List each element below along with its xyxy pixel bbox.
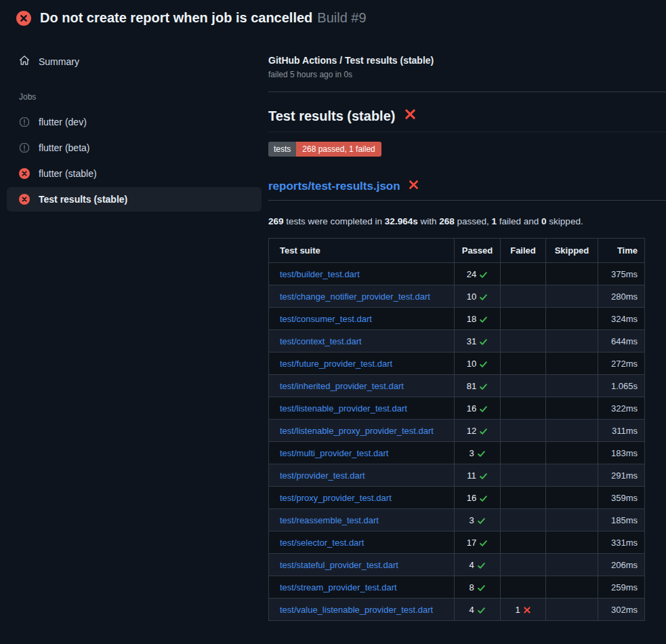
workflow-run-header: Do not create report when job is cancell…	[0, 0, 666, 35]
x-circle-icon	[19, 194, 30, 205]
cell-time: 331ms	[598, 531, 645, 554]
report-file-heading: reports/test-results.json	[268, 179, 666, 201]
cell-passed: 11	[455, 464, 501, 487]
stop-icon	[19, 142, 30, 153]
cell-passed: 10	[455, 285, 501, 308]
test-suite-link[interactable]: test/change_notifier_provider_test.dart	[280, 291, 430, 302]
cell-test-suite: test/reassemble_test.dart	[269, 509, 455, 531]
test-suite-link[interactable]: test/listenable_provider_test.dart	[280, 403, 407, 414]
cell-time: 359ms	[598, 487, 645, 509]
report-file-link[interactable]: reports/test-results.json	[268, 180, 400, 193]
test-suite-link[interactable]: test/reassemble_test.dart	[280, 515, 379, 525]
tests-badge-value: 268 passed, 1 failed	[296, 142, 381, 157]
cell-failed	[501, 375, 546, 397]
test-suite-link[interactable]: test/proxy_provider_test.dart	[280, 493, 392, 503]
sidebar-item-summary[interactable]: Summary	[0, 51, 268, 72]
x-circle-icon	[19, 168, 30, 179]
cell-passed: 16	[455, 397, 501, 420]
cell-failed	[501, 531, 546, 554]
table-row: test/stateful_provider_test.dart4206ms	[269, 554, 645, 576]
table-row: test/context_test.dart31644ms	[269, 330, 645, 353]
job-sidebar: Summary Jobs flutter (dev)flutter (beta)…	[0, 35, 268, 213]
passed-count: 10	[467, 291, 488, 302]
passed-count: 24	[467, 269, 488, 279]
cell-time: 259ms	[598, 576, 645, 599]
cell-passed: 8	[455, 576, 501, 599]
cell-skipped	[546, 375, 598, 397]
table-row: test/reassemble_test.dart3185ms	[269, 509, 645, 531]
cell-time: 280ms	[598, 285, 645, 308]
report-summary: 269 tests were completed in 32.964s with…	[268, 216, 666, 226]
failed-status-icon	[16, 11, 31, 26]
cell-failed	[501, 353, 546, 375]
cell-skipped	[546, 554, 598, 576]
cell-time: 291ms	[598, 464, 645, 487]
sidebar-item-job[interactable]: flutter (beta)	[7, 136, 262, 160]
cell-passed: 24	[455, 263, 501, 285]
cell-test-suite: test/stateful_provider_test.dart	[269, 554, 455, 576]
cell-time: 322ms	[598, 397, 645, 420]
cell-time: 272ms	[598, 353, 645, 375]
sidebar-item-job[interactable]: flutter (stable)	[7, 161, 262, 186]
cell-time: 185ms	[598, 509, 645, 531]
passed-count: 18	[467, 314, 488, 324]
test-suite-link[interactable]: test/stateful_provider_test.dart	[280, 560, 398, 570]
table-row: test/builder_test.dart24375ms	[269, 263, 645, 285]
column-header-failed: Failed	[501, 239, 546, 263]
cell-time: 375ms	[598, 263, 645, 285]
test-suite-link[interactable]: test/stream_provider_test.dart	[280, 582, 397, 592]
page-title: Do not create report when job is cancell…	[40, 10, 367, 26]
table-row: test/listenable_proxy_provider_test.dart…	[269, 420, 645, 442]
check-icon	[477, 584, 486, 592]
test-suite-link[interactable]: test/multi_provider_test.dart	[280, 448, 388, 458]
test-suite-link[interactable]: test/future_provider_test.dart	[280, 359, 392, 369]
cell-skipped	[546, 308, 598, 330]
summary-text: 1	[492, 216, 497, 226]
cell-test-suite: test/stream_provider_test.dart	[269, 576, 455, 599]
table-row: test/selector_test.dart17331ms	[269, 531, 645, 554]
cell-skipped	[546, 531, 598, 554]
test-suite-link[interactable]: test/consumer_test.dart	[280, 314, 372, 324]
cell-failed	[501, 487, 546, 509]
check-icon	[479, 405, 488, 414]
cell-skipped	[546, 509, 598, 531]
check-icon	[479, 539, 488, 548]
stop-icon	[19, 117, 30, 127]
sidebar-item-job[interactable]: Test results (stable)	[7, 187, 262, 212]
passed-count: 11	[467, 470, 488, 481]
cell-passed: 16	[455, 487, 501, 509]
job-label: flutter (stable)	[39, 168, 97, 179]
header-divider	[268, 92, 666, 92]
check-icon	[479, 494, 488, 503]
cell-failed	[501, 576, 546, 599]
cell-time: 324ms	[598, 308, 645, 330]
test-suite-link[interactable]: test/context_test.dart	[280, 336, 362, 346]
cell-test-suite: test/proxy_provider_test.dart	[269, 487, 455, 509]
cell-failed	[501, 263, 546, 285]
cell-failed	[501, 397, 546, 420]
test-suite-link[interactable]: test/value_listenable_provider_test.dart	[280, 605, 433, 615]
failed-x-icon	[408, 179, 419, 194]
passed-count: 16	[467, 493, 488, 503]
cell-test-suite: test/multi_provider_test.dart	[269, 442, 455, 464]
test-suite-link[interactable]: test/selector_test.dart	[280, 538, 364, 548]
sidebar-item-job[interactable]: flutter (dev)	[7, 110, 262, 134]
check-icon	[477, 561, 486, 570]
check-icon	[479, 382, 488, 391]
cell-skipped	[546, 285, 598, 308]
job-status-line: failed 5 hours ago in 0s	[268, 70, 666, 79]
summary-text: 268	[439, 216, 455, 226]
cell-skipped	[546, 464, 598, 487]
job-label: Test results (stable)	[39, 194, 127, 205]
cell-skipped	[546, 442, 598, 464]
test-suite-link[interactable]: test/provider_test.dart	[280, 470, 365, 481]
test-suite-link[interactable]: test/builder_test.dart	[280, 269, 360, 279]
cell-time: 183ms	[598, 442, 645, 464]
cell-skipped	[546, 263, 598, 285]
table-row: test/stream_provider_test.dart8259ms	[269, 576, 645, 599]
test-suite-link[interactable]: test/listenable_proxy_provider_test.dart	[280, 426, 434, 436]
summary-text: 0	[541, 216, 547, 226]
test-suite-link[interactable]: test/inherited_provider_test.dart	[280, 381, 404, 391]
job-label: flutter (beta)	[39, 142, 89, 153]
cell-passed: 10	[455, 353, 501, 375]
